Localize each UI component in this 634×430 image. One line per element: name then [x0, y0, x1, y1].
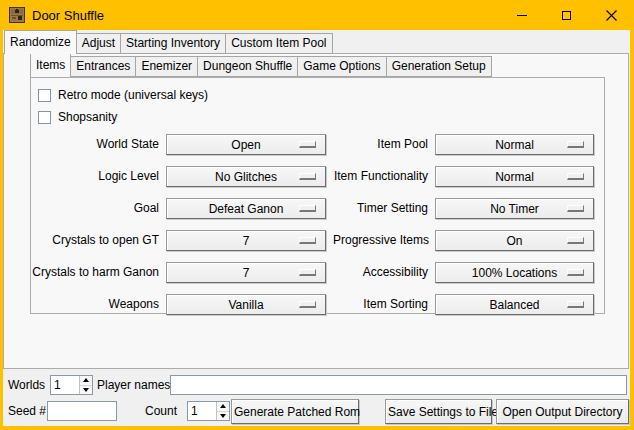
item-sorting-dropdown[interactable]: Balanced	[435, 294, 594, 315]
timer-setting-dropdown[interactable]: No Timer	[435, 198, 594, 219]
tab-generation-setup[interactable]: Generation Setup	[386, 56, 492, 77]
items-pane: Retro mode (universal keys) Shopsanity W…	[30, 77, 605, 314]
shopsanity-row[interactable]: Shopsanity	[38, 107, 604, 127]
app-window: Door Shuffle Randomize Adjust Starting I…	[0, 0, 634, 430]
maximize-icon	[562, 11, 571, 20]
retro-mode-row[interactable]: Retro mode (universal keys)	[38, 85, 604, 105]
menu-indicator-icon	[567, 269, 584, 276]
tab-game-options[interactable]: Game Options	[297, 56, 386, 77]
menu-indicator-icon	[299, 205, 316, 212]
window-controls	[499, 0, 634, 30]
world-state-dropdown[interactable]: Open	[166, 134, 326, 155]
arrow-up-icon	[83, 378, 89, 382]
retro-mode-checkbox[interactable]	[38, 89, 51, 102]
count-down-button[interactable]	[217, 412, 229, 421]
arrow-down-icon	[83, 388, 89, 392]
menu-indicator-icon	[299, 237, 316, 244]
count-label: Count	[145, 401, 177, 421]
window-title: Door Shuffle	[32, 8, 104, 23]
world-state-label: World State	[32, 134, 159, 155]
menu-indicator-icon	[567, 173, 584, 180]
item-functionality-dropdown[interactable]: Normal	[435, 166, 594, 187]
accessibility-dropdown[interactable]: 100% Locations	[435, 262, 594, 283]
tab-starting-inventory[interactable]: Starting Inventory	[120, 33, 226, 54]
crystals-open-gt-label: Crystals to open GT	[32, 230, 159, 251]
item-sorting-label: Item Sorting	[333, 294, 428, 315]
count-input[interactable]	[188, 402, 216, 420]
shopsanity-checkbox[interactable]	[38, 111, 51, 124]
item-pool-dropdown[interactable]: Normal	[435, 134, 594, 155]
close-button[interactable]	[589, 0, 634, 30]
worlds-down-button[interactable]	[80, 386, 92, 395]
item-functionality-label: Item Functionality	[333, 166, 428, 187]
menu-indicator-icon	[299, 301, 316, 308]
player-names-label: Player names	[97, 375, 170, 395]
player-names-input[interactable]	[170, 375, 627, 395]
seed-label: Seed #	[8, 401, 46, 421]
worlds-input[interactable]	[51, 376, 79, 394]
shopsanity-label: Shopsanity	[58, 110, 117, 124]
tab-randomize[interactable]: Randomize	[4, 30, 77, 54]
count-spinner[interactable]	[187, 401, 230, 421]
timer-setting-label: Timer Setting	[333, 198, 428, 219]
titlebar[interactable]: Door Shuffle	[0, 0, 634, 30]
logic-level-label: Logic Level	[32, 166, 159, 187]
tab-adjust[interactable]: Adjust	[76, 33, 121, 54]
goal-label: Goal	[32, 198, 159, 219]
randomize-pane: Items Entrances Enemizer Dungeon Shuffle…	[3, 53, 629, 369]
worlds-label: Worlds	[8, 375, 45, 395]
minimize-icon	[517, 15, 527, 16]
arrow-up-icon	[220, 404, 226, 408]
count-up-button[interactable]	[217, 402, 229, 412]
open-output-directory-button[interactable]: Open Output Directory	[496, 399, 629, 424]
menu-indicator-icon	[567, 237, 584, 244]
minimize-button[interactable]	[499, 0, 544, 30]
app-icon	[9, 7, 25, 23]
client-area: Randomize Adjust Starting Inventory Cust…	[3, 30, 630, 426]
tab-enemizer[interactable]: Enemizer	[135, 56, 198, 77]
maximize-button[interactable]	[544, 0, 589, 30]
worlds-spinner[interactable]	[50, 375, 93, 395]
logic-level-dropdown[interactable]: No Glitches	[166, 166, 326, 187]
menu-indicator-icon	[299, 141, 316, 148]
menu-indicator-icon	[299, 269, 316, 276]
tab-items[interactable]: Items	[30, 53, 71, 77]
settings-form: World State Open Item Pool Normal Logic …	[32, 134, 604, 315]
sub-tab-bar: Items Entrances Enemizer Dungeon Shuffle…	[30, 55, 492, 77]
weapons-dropdown[interactable]: Vanilla	[166, 294, 326, 315]
seed-input[interactable]	[47, 401, 117, 421]
arrow-down-icon	[220, 414, 226, 418]
save-settings-button[interactable]: Save Settings to File	[385, 399, 492, 424]
menu-indicator-icon	[567, 141, 584, 148]
menu-indicator-icon	[299, 173, 316, 180]
progressive-items-label: Progressive Items	[333, 230, 428, 251]
retro-mode-label: Retro mode (universal keys)	[58, 88, 208, 102]
item-pool-label: Item Pool	[333, 134, 428, 155]
goal-dropdown[interactable]: Defeat Ganon	[166, 198, 326, 219]
weapons-label: Weapons	[32, 294, 159, 315]
tab-dungeon-shuffle[interactable]: Dungeon Shuffle	[197, 56, 298, 77]
main-tab-bar: Randomize Adjust Starting Inventory Cust…	[4, 32, 333, 54]
crystals-open-gt-dropdown[interactable]: 7	[166, 230, 326, 251]
tab-custom-item-pool[interactable]: Custom Item Pool	[225, 33, 332, 54]
worlds-up-button[interactable]	[80, 376, 92, 386]
generate-patched-rom-button[interactable]: Generate Patched Rom	[231, 399, 359, 424]
progressive-items-dropdown[interactable]: On	[435, 230, 594, 251]
crystals-harm-ganon-label: Crystals to harm Ganon	[32, 262, 159, 283]
accessibility-label: Accessibility	[333, 262, 428, 283]
tab-entrances[interactable]: Entrances	[70, 56, 136, 77]
crystals-harm-ganon-dropdown[interactable]: 7	[166, 262, 326, 283]
menu-indicator-icon	[567, 205, 584, 212]
close-icon	[606, 10, 617, 21]
menu-indicator-icon	[567, 301, 584, 308]
